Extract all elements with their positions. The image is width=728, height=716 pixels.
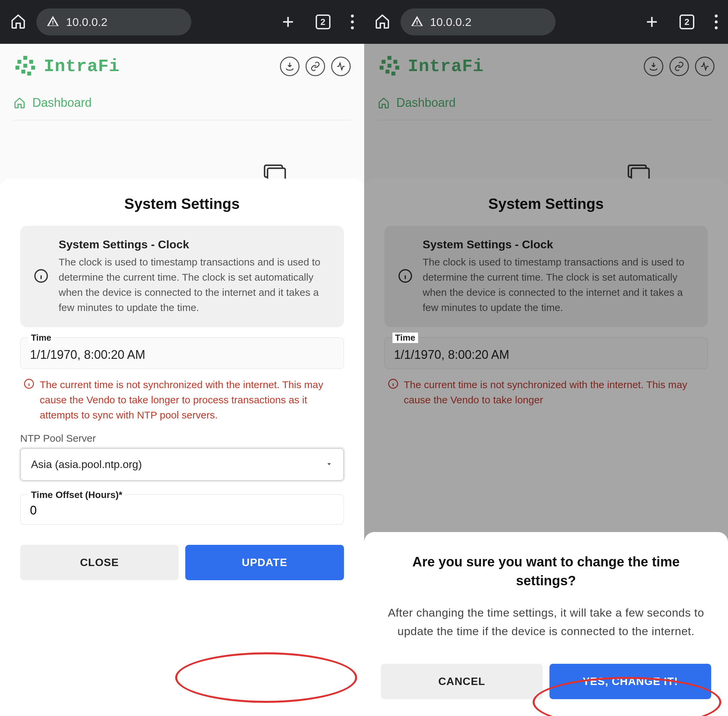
url-text: 10.0.0.2 [66,15,108,29]
svg-rect-5 [29,60,33,64]
time-value: 1/1/1970, 8:00:20 AM [20,337,344,369]
ntp-value: Asia (asia.pool.ntp.org) [31,458,142,471]
svg-rect-8 [31,66,35,70]
time-label: Time [28,332,54,343]
svg-point-17 [715,21,718,24]
overflow-menu-icon[interactable] [351,15,354,29]
offset-hint: (Hours) [85,490,119,500]
offset-field: Time Offset (Hours)* 0 [20,494,344,525]
settings-modal: System Settings System Settings - Clock … [0,179,364,716]
nav-dashboard[interactable]: Dashboard [0,89,364,117]
overflow-menu-icon[interactable] [714,15,718,29]
time-field: Time 1/1/1970, 8:00:20 AM [20,337,344,369]
brand-logo[interactable]: IntraFi [14,54,120,79]
insecure-icon [411,15,423,29]
new-tab-icon[interactable] [645,15,659,29]
offset-label: Time Offset [31,490,83,500]
info-body: The clock is used to timestamp transacti… [59,254,331,315]
confirm-button[interactable]: YES, CHANGE IT! [549,664,711,699]
sync-warning: The current time is not synchronized wit… [20,377,344,423]
confirm-body: After changing the time settings, it wil… [381,604,711,640]
svg-point-0 [351,15,354,18]
close-button[interactable]: CLOSE [20,545,179,580]
home-icon[interactable] [374,13,390,31]
download-icon[interactable] [280,57,299,76]
browser-bar: 10.0.0.2 2 [364,0,728,44]
sync-warning-text: The current time is not synchronized wit… [40,377,341,423]
highlight-annotation [175,652,357,703]
ntp-select[interactable]: Asia (asia.pool.ntp.org) [20,448,344,481]
home-icon[interactable] [10,13,26,31]
svg-point-1 [351,21,354,24]
info-card: System Settings - Clock The clock is use… [20,226,344,327]
confirm-title: Are you sure you want to change the time… [381,552,711,590]
url-bar[interactable]: 10.0.0.2 [36,8,191,35]
url-bar[interactable]: 10.0.0.2 [400,8,555,35]
tabs-icon[interactable]: 2 [315,15,331,29]
activity-icon[interactable] [331,57,351,76]
svg-point-2 [351,26,354,29]
tab-count: 2 [320,17,325,27]
svg-rect-7 [15,66,20,70]
svg-rect-4 [18,60,21,64]
svg-point-16 [715,15,718,18]
link-icon[interactable] [306,57,325,76]
info-icon [34,268,49,285]
confirm-sheet: Are you sure you want to change the time… [364,532,728,716]
logo-icon [14,54,37,79]
svg-rect-10 [27,72,31,76]
url-text: 10.0.0.2 [430,15,472,29]
nav-dashboard-label: Dashboard [32,96,92,110]
new-tab-icon[interactable] [281,15,296,29]
time-label: Time [393,332,418,343]
offset-required: * [118,490,122,500]
svg-rect-13 [267,168,285,180]
svg-rect-3 [23,56,27,60]
brand-name: IntraFi [44,57,120,76]
svg-rect-9 [21,70,25,74]
cancel-button[interactable]: CANCEL [381,664,543,699]
screen-settings: 10.0.0.2 2 IntraFi [0,0,364,716]
modal-title: System Settings [20,196,344,212]
chevron-down-icon [325,458,333,471]
svg-rect-6 [23,64,27,68]
tabs-icon[interactable]: 2 [679,15,694,29]
info-heading: System Settings - Clock [59,238,331,251]
update-button[interactable]: UPDATE [185,545,344,580]
svg-point-18 [715,26,718,29]
screen-confirm: 10.0.0.2 2 IntraFi [364,0,728,716]
insecure-icon [47,15,59,29]
browser-bar: 10.0.0.2 2 [0,0,364,44]
ntp-label: NTP Pool Server [20,432,344,444]
tab-count: 2 [684,17,689,27]
